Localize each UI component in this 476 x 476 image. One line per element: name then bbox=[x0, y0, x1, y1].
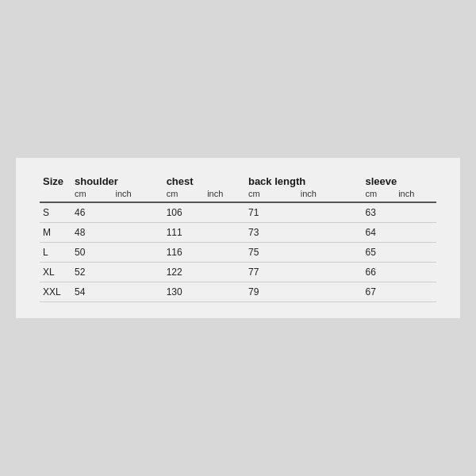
table-cell bbox=[204, 243, 245, 263]
table-cell: 122 bbox=[163, 263, 205, 282]
table-cell: 52 bbox=[71, 263, 113, 282]
table-cell: 130 bbox=[163, 282, 205, 302]
column-group-headers: Size shoulder chest back length sleeve bbox=[40, 174, 436, 189]
table-cell bbox=[298, 282, 363, 302]
table-cell bbox=[204, 202, 245, 223]
table-cell: 63 bbox=[362, 202, 395, 223]
table-cell bbox=[298, 223, 363, 243]
chest-inch-subheader: inch bbox=[204, 189, 245, 202]
table-cell bbox=[204, 223, 245, 243]
shoulder-inch-subheader: inch bbox=[113, 189, 163, 202]
table-row: XL521227766 bbox=[40, 263, 436, 282]
table-cell: 64 bbox=[362, 223, 395, 243]
table-row: XXL541307967 bbox=[40, 282, 436, 302]
size-subheader bbox=[40, 189, 71, 202]
table-row: L501167565 bbox=[40, 243, 436, 263]
table-cell: 106 bbox=[163, 202, 205, 223]
table-cell bbox=[113, 243, 163, 263]
table-cell bbox=[395, 263, 436, 282]
table-cell bbox=[298, 243, 363, 263]
table-row: M481117364 bbox=[40, 223, 436, 243]
table-cell bbox=[204, 282, 245, 302]
shoulder-cm-subheader: cm bbox=[71, 189, 113, 202]
table-cell bbox=[395, 243, 436, 263]
table-cell bbox=[298, 263, 363, 282]
table-cell: XL bbox=[40, 263, 71, 282]
table-cell: M bbox=[40, 223, 71, 243]
table-cell: 79 bbox=[245, 282, 298, 302]
table-body: S461067163M481117364L501167565XL52122776… bbox=[40, 202, 436, 302]
table-cell: 67 bbox=[362, 282, 395, 302]
table-cell bbox=[298, 202, 363, 223]
table-cell: 77 bbox=[245, 263, 298, 282]
table-cell bbox=[204, 263, 245, 282]
table-cell: 66 bbox=[362, 263, 395, 282]
back-length-group-header: back length bbox=[245, 174, 363, 189]
table-cell: 73 bbox=[245, 223, 298, 243]
table-cell: 46 bbox=[71, 202, 113, 223]
table-cell: 50 bbox=[71, 243, 113, 263]
table-cell: L bbox=[40, 243, 71, 263]
table-cell bbox=[113, 202, 163, 223]
table-cell: 75 bbox=[245, 243, 298, 263]
sleeve-inch-subheader: inch bbox=[395, 189, 436, 202]
table-cell bbox=[113, 223, 163, 243]
size-chart-container: Size shoulder chest back length sleeve c… bbox=[16, 158, 460, 318]
back-cm-subheader: cm bbox=[245, 189, 298, 202]
chest-group-header: chest bbox=[163, 174, 245, 189]
sleeve-cm-subheader: cm bbox=[362, 189, 395, 202]
table-cell bbox=[395, 223, 436, 243]
table-cell: 71 bbox=[245, 202, 298, 223]
table-cell: S bbox=[40, 202, 71, 223]
shoulder-group-header: shoulder bbox=[71, 174, 163, 189]
table-cell: 65 bbox=[362, 243, 395, 263]
table-cell: XXL bbox=[40, 282, 71, 302]
size-group-header: Size bbox=[40, 174, 71, 189]
back-inch-subheader: inch bbox=[298, 189, 363, 202]
table-cell: 111 bbox=[163, 223, 205, 243]
table-cell bbox=[395, 282, 436, 302]
table-cell bbox=[113, 282, 163, 302]
table-cell: 48 bbox=[71, 223, 113, 243]
size-chart-table: Size shoulder chest back length sleeve c… bbox=[40, 174, 436, 302]
column-subheaders: cm inch cm inch cm inch cm inch bbox=[40, 189, 436, 202]
table-cell bbox=[113, 263, 163, 282]
chest-cm-subheader: cm bbox=[163, 189, 205, 202]
sleeve-group-header: sleeve bbox=[362, 174, 436, 189]
table-row: S461067163 bbox=[40, 202, 436, 223]
table-cell: 54 bbox=[71, 282, 113, 302]
table-cell bbox=[395, 202, 436, 223]
table-cell: 116 bbox=[163, 243, 205, 263]
